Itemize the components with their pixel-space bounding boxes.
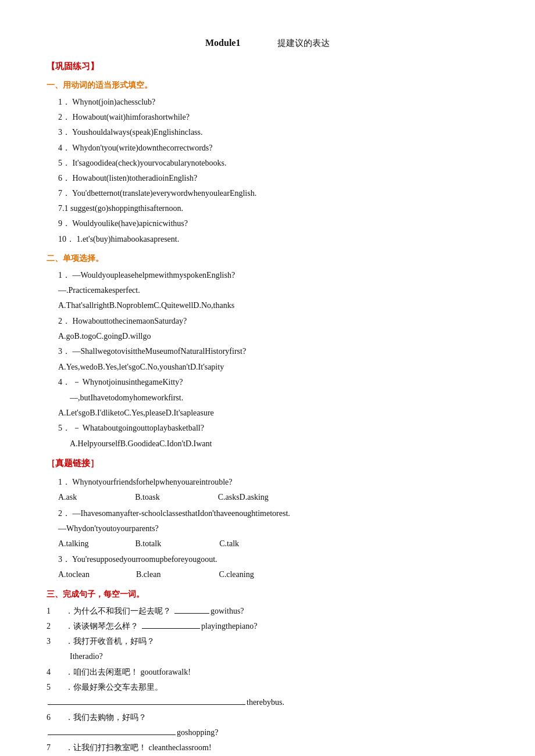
list-item: 5． － Whataboutgoingouttoplaybasketball? bbox=[47, 421, 488, 435]
part3-header: 三、完成句子，每空一词。 bbox=[47, 587, 488, 601]
list-item: 2． Howabout(wait)himforashortwhile? bbox=[47, 110, 488, 124]
page-title: Module1 提建议的表达 bbox=[47, 35, 488, 52]
list-item: 3． You'resupposedyourroomupbeforeyougoou… bbox=[47, 552, 488, 567]
realexam-items: 1． Whynotyourfriendsforhelpwhenyouareint… bbox=[47, 475, 488, 582]
list-item: 7 ．让我们打扫教室吧！ cleantheclassroom! bbox=[47, 740, 488, 755]
part2-header: 二、单项选择。 bbox=[47, 251, 488, 266]
list-item: —Whydon'tyoutoyourparents? bbox=[47, 521, 488, 536]
list-item: 3． —ShallwegotovisittheMuseumofNaturalHi… bbox=[47, 344, 488, 359]
list-item: 4 ．咱们出去闲逛吧！ gooutforawalk! bbox=[47, 665, 488, 679]
list-item: Itheradio? bbox=[47, 649, 488, 664]
list-item: 9． Wouldyoulike(have)apicnicwithus? bbox=[47, 216, 488, 231]
list-item: 4． Whydon'tyou(write)downthecorrectwords… bbox=[47, 141, 488, 155]
options-row: A.toclean B.clean C.cleaning bbox=[47, 567, 488, 582]
options-row: A.talking B.totalk C.talk bbox=[47, 536, 488, 551]
list-item: 2 ．谈谈钢琴怎么样？ playingthepiano? bbox=[47, 619, 488, 633]
realexam-header: ［真题链接］ bbox=[47, 456, 488, 471]
list-item: 1 ．为什么不和我们一起去呢？ gowithus? bbox=[47, 604, 488, 618]
list-item: 2． HowabouttothecinemaonSaturday? bbox=[47, 314, 488, 328]
list-item: A.Yes,wedoB.Yes,let'sgoC.No,youshan'tD.I… bbox=[47, 360, 488, 374]
list-item: 3． Youshouldalways(speak)Englishinclass. bbox=[47, 125, 488, 139]
part1-header: 一、用动词的适当形式填空。 bbox=[47, 78, 488, 92]
list-item: 7.1 suggest(go)shoppingthisafternoon. bbox=[47, 201, 488, 216]
list-item: 7． You'dbetternot(translate)everywordwhe… bbox=[47, 186, 488, 200]
list-item: 1． —WouldyoupleasehelpmewithmyspokenEngl… bbox=[47, 268, 488, 282]
list-item: 6 ．我们去购物，好吗？ bbox=[47, 710, 488, 725]
list-item: A.goB.togoC.goingD.willgo bbox=[47, 329, 488, 343]
list-item: 1． Whynot(join)achessclub? bbox=[47, 95, 488, 109]
list-item: 5 ．你最好乘公交车去那里。 bbox=[47, 680, 488, 694]
list-item: 2． —Ihavesomanyafter-schoolclassesthatId… bbox=[47, 506, 488, 521]
list-item: therebybus. bbox=[47, 695, 488, 710]
part3-items: 1 ．为什么不和我们一起去呢？ gowithus? 2 ．谈谈钢琴怎么样？ pl… bbox=[47, 604, 488, 756]
list-item: A.Let'sgoB.I'dliketoC.Yes,pleaseD.It'sap… bbox=[47, 406, 488, 420]
list-item: A.That'sallrightB.NoproblemC.QuitewellD.… bbox=[47, 298, 488, 313]
part1-items: 1． Whynot(join)achessclub? 2． Howabout(w… bbox=[47, 95, 488, 246]
list-item: A.HelpyourselfB.GoodideaC.Idon'tD.Iwant bbox=[47, 436, 488, 451]
list-item: 1． Whynotyourfriendsforhelpwhenyouareint… bbox=[47, 475, 488, 489]
list-item: 5． It'sagoodidea(check)yourvocabularynot… bbox=[47, 156, 488, 170]
part2-items: 1． —WouldyoupleasehelpmewithmyspokenEngl… bbox=[47, 268, 488, 451]
consolidate-header: 【巩固练习】 bbox=[47, 59, 488, 74]
list-item: 3 ．我打开收音机，好吗？ bbox=[47, 634, 488, 648]
list-item: goshopping? bbox=[47, 725, 488, 740]
options-row: A.ask B.toask C.asksD.asking bbox=[47, 490, 488, 504]
list-item: —,butIhavetodomyhomeworkfirst. bbox=[47, 390, 488, 405]
list-item: 4． － WhynotjoinusinthegameKitty? bbox=[47, 375, 488, 389]
list-item: 10． 1.et's(buy)himabookasapresent. bbox=[47, 232, 488, 246]
list-item: 6． Howabout(listen)totheradioinEnglish? bbox=[47, 171, 488, 185]
list-item: —.Practicemakesperfect. bbox=[47, 283, 488, 298]
